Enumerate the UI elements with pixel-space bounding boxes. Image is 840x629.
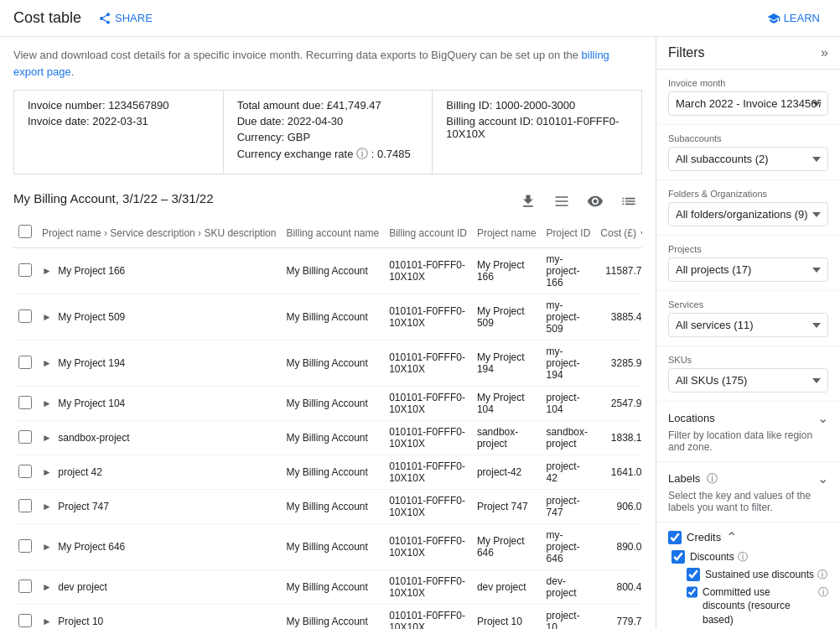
group-icon[interactable]	[615, 188, 642, 215]
main-layout: View and download cost details for a spe…	[0, 37, 840, 629]
row-billing-account-id: 010101-F0FFF0-10X10X	[384, 570, 472, 605]
row-project-name2: My Project 509	[472, 294, 542, 340]
expand-icon[interactable]: ►	[42, 311, 52, 323]
row-billing-account-id: 010101-F0FFF0-10X10X	[384, 605, 472, 630]
sustained-use-item: Sustained use discounts ⓘ	[687, 568, 828, 582]
credits-label: Credits	[687, 531, 721, 543]
row-checkbox[interactable]	[18, 499, 32, 512]
labels-header[interactable]: Labels ⓘ ⌄	[668, 470, 828, 486]
credits-chevron[interactable]: ⌃	[726, 529, 737, 545]
row-project-name2: Project 747	[472, 490, 542, 524]
filters-collapse-button[interactable]: »	[821, 45, 828, 60]
currency-value: GBP	[288, 131, 310, 143]
services-select[interactable]: All services (11)	[668, 313, 828, 337]
billing-id-row: Billing ID: 1000-2000-3000	[446, 99, 628, 112]
row-checkbox-cell[interactable]	[13, 387, 37, 421]
invoice-month-select[interactable]: March 2022 - Invoice 1234567890	[668, 91, 828, 116]
sustained-use-checkbox[interactable]	[687, 568, 700, 581]
row-checkbox[interactable]	[18, 263, 32, 277]
row-checkbox-cell[interactable]	[13, 570, 37, 605]
services-label: Services	[668, 299, 828, 309]
committed-use-help-icon[interactable]: ⓘ	[818, 585, 828, 600]
row-project-name2: My Project 194	[472, 340, 542, 387]
columns-icon[interactable]	[548, 188, 575, 215]
row-checkbox-cell[interactable]	[13, 294, 37, 340]
row-checkbox-cell[interactable]	[13, 455, 37, 490]
table-header-row: Project name › Service description › SKU…	[13, 218, 642, 248]
th-billing-account-name[interactable]: Billing account name	[281, 218, 384, 248]
th-project-name[interactable]: Project name › Service description › SKU…	[37, 218, 281, 248]
expand-icon[interactable]: ►	[42, 432, 52, 444]
share-button[interactable]: SHARE	[91, 8, 159, 29]
learn-button[interactable]: LEARN	[760, 8, 827, 29]
help-icon-exchange[interactable]: ⓘ	[356, 147, 368, 160]
expand-icon[interactable]: ►	[42, 265, 52, 277]
invoice-col-3: Billing ID: 1000-2000-3000 Billing accou…	[433, 91, 641, 174]
row-checkbox-cell[interactable]	[13, 248, 37, 294]
row-project-id: sandbox-project	[542, 421, 596, 455]
th-project-id[interactable]: Project ID	[542, 218, 596, 248]
labels-chevron: ⌄	[817, 470, 828, 486]
th-cost[interactable]: Cost (£) ▼	[595, 218, 642, 248]
discounts-checkbox[interactable]	[671, 550, 685, 564]
expand-icon[interactable]: ►	[42, 398, 52, 409]
row-billing-account-id: 010101-F0FFF0-10X10X	[384, 387, 472, 421]
description: View and download cost details for a spe…	[13, 47, 642, 80]
labels-help-icon[interactable]: ⓘ	[707, 472, 718, 485]
sustained-use-help-icon[interactable]: ⓘ	[817, 568, 827, 582]
row-checkbox-cell[interactable]	[13, 524, 37, 570]
desc-text1: View and download cost details for a spe…	[13, 49, 582, 61]
expand-icon[interactable]: ►	[42, 466, 52, 478]
expand-icon[interactable]: ►	[42, 501, 52, 512]
row-checkbox[interactable]	[18, 396, 32, 409]
row-project-name: ► My Project 509	[37, 294, 281, 340]
locations-chevron: ⌄	[817, 410, 828, 426]
skus-select[interactable]: All SKUs (175)	[668, 368, 828, 392]
total-amount-label: Total amount due:	[237, 99, 324, 112]
row-project-name2: My Project 646	[472, 524, 542, 570]
locations-header[interactable]: Locations ⌄	[668, 410, 828, 426]
th-checkbox[interactable]	[13, 218, 37, 248]
invoice-date-label: Invoice date:	[28, 115, 90, 127]
table-row: ► My Project 104 My Billing Account 0101…	[13, 387, 642, 421]
share-icon	[98, 12, 111, 25]
discounts-item: Discounts ⓘ	[671, 550, 828, 564]
th-project-name2[interactable]: Project name	[472, 218, 542, 248]
row-checkbox[interactable]	[18, 465, 32, 478]
expand-icon[interactable]: ►	[42, 616, 52, 627]
row-checkbox[interactable]	[18, 430, 32, 444]
row-checkbox[interactable]	[18, 580, 32, 593]
row-checkbox[interactable]	[18, 356, 32, 369]
row-cost: 3885.45	[595, 294, 642, 340]
visibility-icon[interactable]	[582, 188, 609, 215]
services-filter: Services All services (11)	[656, 291, 840, 346]
subaccounts-select[interactable]: All subaccounts (2)	[668, 147, 828, 171]
committed-use-checkbox[interactable]	[687, 585, 697, 599]
row-checkbox[interactable]	[18, 539, 32, 553]
invoice-number-label: Invoice number:	[28, 99, 106, 112]
due-date-value: 2022-04-30	[288, 115, 344, 127]
row-checkbox-cell[interactable]	[13, 490, 37, 524]
labels-filter: Labels ⓘ ⌄ Select the key and values of …	[656, 462, 840, 522]
row-checkbox[interactable]	[18, 309, 32, 323]
expand-icon[interactable]: ►	[42, 541, 52, 553]
row-billing-account-id: 010101-F0FFF0-10X10X	[384, 294, 472, 340]
row-checkbox-cell[interactable]	[13, 605, 37, 630]
desc-text2: .	[71, 65, 75, 78]
row-checkbox[interactable]	[18, 614, 32, 627]
folders-select[interactable]: All folders/organizations (9)	[668, 202, 828, 226]
discounts-help-icon[interactable]: ⓘ	[738, 550, 748, 564]
expand-icon[interactable]: ►	[42, 357, 52, 369]
projects-label: Projects	[668, 244, 828, 254]
projects-select[interactable]: All projects (17)	[668, 257, 828, 282]
download-icon[interactable]	[515, 188, 542, 215]
row-project-name: ► My Project 166	[37, 248, 281, 294]
row-checkbox-cell[interactable]	[13, 340, 37, 387]
expand-icon[interactable]: ►	[42, 581, 52, 593]
select-all-checkbox[interactable]	[18, 225, 32, 238]
th-billing-account-id[interactable]: Billing account ID	[384, 218, 472, 248]
row-billing-account-id: 010101-F0FFF0-10X10X	[384, 421, 472, 455]
credits-checkbox[interactable]	[668, 531, 682, 544]
row-checkbox-cell[interactable]	[13, 421, 37, 455]
table-row: ► My Project 509 My Billing Account 0101…	[13, 294, 642, 340]
